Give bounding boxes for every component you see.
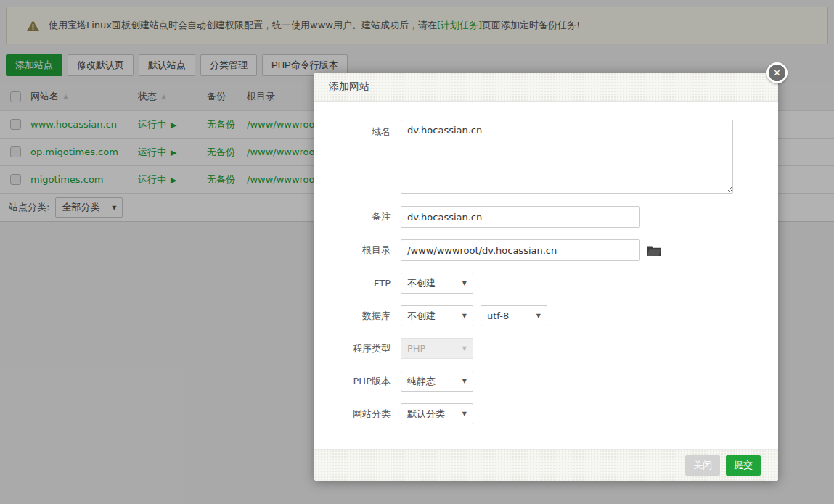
root-path-label: 根目录 [314,244,391,257]
add-site-modal: ✕ 添加网站 域名 dv.hocassian.cn 备注 根目录 FTP 不创建… [314,73,778,481]
charset-select[interactable]: utf-8 ▼ [481,305,547,326]
ftp-label: FTP [314,278,391,289]
chevron-down-icon: ▼ [462,280,467,286]
chevron-down-icon: ▼ [462,378,467,384]
chevron-down-icon: ▼ [462,313,467,319]
domain-textarea[interactable]: dv.hocassian.cn [401,120,733,194]
php-version-label: PHP版本 [314,375,391,388]
root-path-input[interactable] [401,239,640,261]
site-category-select[interactable]: 默认分类 ▼ [401,403,473,424]
add-site-form: 域名 dv.hocassian.cn 备注 根目录 FTP 不创建 ▼ 数据库 … [314,102,778,449]
modal-title: 添加网站 [314,73,778,102]
chevron-down-icon: ▼ [462,410,467,417]
site-category-label: 网站分类 [314,408,391,421]
folder-icon[interactable] [647,245,661,256]
ftp-select[interactable]: 不创建 ▼ [401,273,473,294]
domain-label: 域名 [314,120,391,139]
app-type-label: 程序类型 [314,342,391,355]
chevron-down-icon: ▼ [536,313,541,319]
note-label: 备注 [314,210,391,223]
php-version-select[interactable]: 纯静态 ▼ [401,371,473,392]
note-input[interactable] [401,206,640,228]
database-label: 数据库 [314,310,391,323]
database-select[interactable]: 不创建 ▼ [401,305,473,326]
app-type-select: PHP ▼ [401,338,473,359]
close-button[interactable]: 关闭 [685,455,720,476]
modal-footer: 关闭 提交 [314,449,778,481]
close-icon[interactable]: ✕ [766,62,788,83]
chevron-down-icon: ▼ [462,345,467,352]
submit-button[interactable]: 提交 [726,455,761,476]
